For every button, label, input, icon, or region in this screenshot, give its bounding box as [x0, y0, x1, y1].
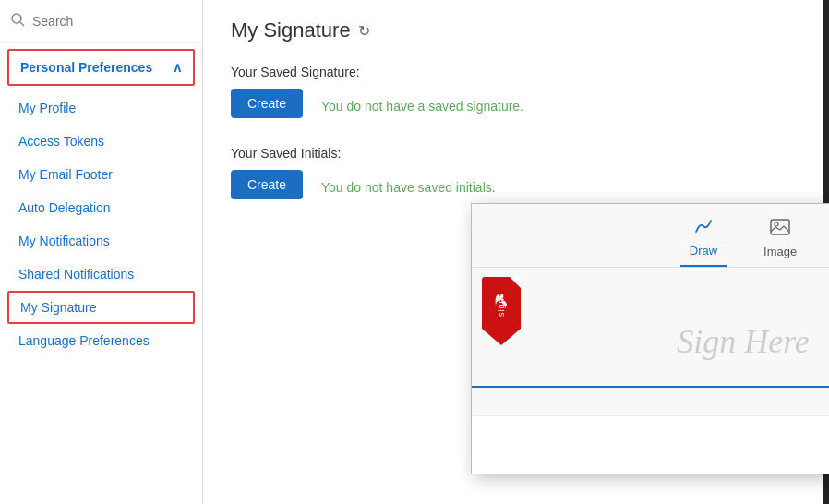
- search-bar: [0, 0, 202, 43]
- svg-point-3: [775, 222, 778, 226]
- svg-rect-2: [771, 220, 789, 234]
- dialog-tabs: Draw Image: [472, 204, 829, 268]
- sidebar-item-my-notifications[interactable]: My Notifications: [0, 224, 202, 258]
- personal-preferences-label: Personal Preferences: [20, 60, 152, 75]
- sign-here-text: Sign Here: [677, 322, 810, 361]
- refresh-icon[interactable]: ↻: [358, 22, 370, 40]
- sidebar-item-language-preferences[interactable]: Language Preferences: [0, 324, 202, 357]
- search-input[interactable]: [32, 14, 191, 29]
- create-initials-button[interactable]: Create: [231, 170, 303, 199]
- sidebar-item-my-profile[interactable]: My Profile: [0, 91, 202, 125]
- tab-draw[interactable]: Draw: [680, 215, 727, 267]
- pdf-arrow: [482, 329, 521, 345]
- chevron-icon: ∧: [173, 60, 182, 75]
- dialog-body[interactable]: sign Sign Here: [472, 268, 829, 415]
- no-signature-text: You do not have a saved signature.: [321, 99, 523, 114]
- sign-line: [472, 386, 829, 388]
- saved-initials-row: Create You do not have saved initials.: [231, 170, 801, 205]
- tab-draw-label: Draw: [690, 244, 717, 258]
- pdf-sign-label: sign: [482, 290, 521, 325]
- draw-icon: [692, 215, 715, 242]
- svg-point-0: [12, 14, 21, 23]
- svg-line-1: [20, 22, 24, 26]
- create-signature-button[interactable]: Create: [231, 89, 303, 118]
- sidebar-item-my-email-footer[interactable]: My Email Footer: [0, 158, 202, 191]
- page-title: My Signature: [231, 18, 351, 42]
- saved-initials-label: Your Saved Initials:: [231, 146, 801, 161]
- no-initials-text: You do not have saved initials.: [321, 180, 496, 195]
- saved-signature-row: Create You do not have a saved signature…: [231, 89, 801, 124]
- sidebar-item-auto-delegation[interactable]: Auto Delegation: [0, 191, 202, 224]
- pdf-icon: sign: [482, 277, 521, 329]
- personal-preferences-header[interactable]: Personal Preferences ∧: [7, 49, 195, 86]
- tab-image[interactable]: Image: [754, 216, 806, 266]
- page-title-row: My Signature ↻: [231, 18, 801, 42]
- image-icon: [769, 216, 791, 243]
- sidebar-item-my-signature[interactable]: My Signature: [7, 291, 195, 324]
- main-content: My Signature ↻ Your Saved Signature: Cre…: [203, 0, 829, 504]
- sidebar-item-access-tokens[interactable]: Access Tokens: [0, 125, 202, 158]
- sidebar-item-shared-notifications[interactable]: Shared Notifications: [0, 258, 202, 291]
- saved-signature-label: Your Saved Signature:: [231, 65, 801, 79]
- pdf-badge: sign: [481, 277, 522, 345]
- dialog-footer: Close Apply: [472, 415, 829, 474]
- tab-image-label: Image: [763, 245, 797, 258]
- search-icon: [11, 13, 25, 30]
- signature-dialog: Draw Image: [471, 203, 829, 474]
- sidebar: Personal Preferences ∧ My Profile Access…: [0, 0, 203, 504]
